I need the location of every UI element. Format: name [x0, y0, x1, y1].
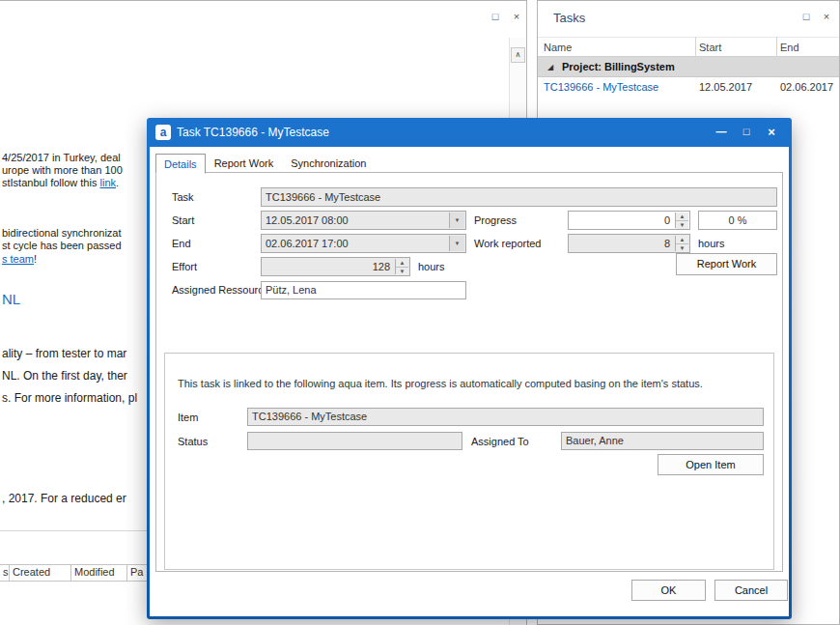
start-label: Start	[172, 214, 194, 226]
spin-down-icon[interactable]: ▼	[676, 243, 688, 252]
task-dialog: a Task TC139666 - MyTestcase — □ × Detai…	[147, 118, 792, 619]
doc-text: stIstanbul follow this	[2, 177, 100, 188]
maximize-icon[interactable]: □	[798, 9, 814, 24]
spin-up-icon[interactable]: ▲	[676, 236, 688, 243]
doc-text-line: 4/25/2017 in Turkey, deal	[2, 152, 121, 163]
minimize-icon[interactable]: —	[711, 124, 732, 141]
group-label: Project: BillingSystem	[562, 57, 675, 77]
chevron-down-icon[interactable]: ▼	[449, 213, 464, 228]
report-work-button[interactable]: Report Work	[676, 253, 777, 275]
doc-text: .	[116, 177, 119, 188]
assigned-resource-label: Assigned Ressource	[172, 284, 269, 296]
close-icon[interactable]: ×	[819, 9, 834, 24]
chevron-down-icon[interactable]: ▼	[449, 236, 464, 251]
app-icon: a	[155, 125, 171, 140]
start-date-value: 12.05.2017 08:00	[266, 214, 349, 226]
panel-title: Tasks	[553, 11, 585, 25]
doc-heading: NL	[2, 291, 20, 307]
close-icon[interactable]: ×	[761, 124, 782, 141]
group-expand-icon[interactable]: ◢	[547, 57, 553, 77]
column-header-name[interactable]: Name	[544, 38, 572, 57]
item-label: Item	[178, 412, 198, 423]
spin-buttons: ▲ ▼	[675, 236, 688, 251]
doc-text-line: NL. On the first day, ther	[2, 369, 127, 383]
linked-item-description: This task is linked to the following aqu…	[178, 378, 757, 389]
work-reported-value: 8	[664, 238, 670, 249]
task-start-date: 12.05.2017	[699, 77, 752, 98]
effort-value: 128	[373, 261, 390, 272]
hyperlink[interactable]: s team	[2, 253, 34, 265]
progress-percent-value: 0 %	[729, 214, 747, 226]
tab-report-work[interactable]: Report Work	[206, 153, 283, 173]
column-header[interactable]: s	[0, 565, 10, 581]
ok-button[interactable]: OK	[631, 580, 706, 601]
task-link[interactable]: TC139666 - MyTestcase	[544, 77, 658, 98]
open-item-button[interactable]: Open Item	[658, 454, 764, 475]
assigned-to-label: Assigned To	[471, 436, 529, 447]
progress-value: 0	[664, 214, 670, 226]
cancel-button[interactable]: Cancel	[714, 580, 788, 601]
doc-text-line: , 2017. For a reduced er	[2, 492, 126, 505]
spin-up-icon[interactable]: ▲	[676, 213, 688, 220]
column-header[interactable]: Modified	[71, 565, 127, 581]
end-date-field[interactable]: 02.06.2017 17:00 ▼	[261, 234, 466, 253]
task-value: TC139666 - MyTestcase	[266, 191, 380, 203]
assigned-resource-field[interactable]: Pütz, Lena	[261, 281, 466, 299]
start-date-field[interactable]: 12.05.2017 08:00 ▼	[261, 211, 466, 230]
spin-down-icon[interactable]: ▼	[676, 220, 688, 229]
work-reported-stepper[interactable]: 8 ▲ ▼	[568, 234, 690, 253]
column-header-end[interactable]: End	[780, 38, 799, 57]
column-header-start[interactable]: Start	[699, 38, 721, 57]
close-icon[interactable]: ×	[509, 9, 524, 24]
group-row[interactable]: ◢ Project: BillingSystem	[538, 57, 839, 77]
task-field[interactable]: TC139666 - MyTestcase	[261, 187, 777, 207]
spin-buttons: ▲ ▼	[675, 213, 688, 228]
grid-header-row: Name Start End	[538, 37, 839, 57]
assigned-to-field[interactable]: Bauer, Anne	[561, 432, 764, 450]
dialog-title: Task TC139666 - MyTestcase	[177, 118, 329, 147]
tab-synchronization[interactable]: Synchronization	[282, 153, 375, 173]
spin-buttons: ▲ ▼	[395, 259, 408, 274]
doc-text-line: s. For more information, pl	[2, 391, 137, 405]
linked-item-groupbox: This task is linked to the following aqu…	[164, 353, 774, 570]
end-date-value: 02.06.2017 17:00	[266, 238, 349, 249]
spin-down-icon[interactable]: ▼	[396, 267, 408, 275]
doc-text-line: urope with more than 100	[2, 164, 123, 176]
effort-label: Effort	[172, 261, 197, 272]
status-label: Status	[178, 436, 208, 447]
table-row[interactable]: TC139666 - MyTestcase 12.05.2017 02.06.2…	[538, 77, 839, 98]
progress-percent-box: 0 %	[698, 211, 777, 230]
doc-text-line: stIstanbul follow this link.	[2, 177, 119, 188]
spin-up-icon[interactable]: ▲	[396, 259, 408, 267]
doc-text-line: ality – from tester to mar	[2, 347, 126, 360]
assigned-resource-value: Pütz, Lena	[266, 284, 317, 296]
item-value: TC139666 - MyTestcase	[252, 411, 367, 422]
column-separator	[776, 37, 777, 57]
tab-bar: Details Report Work Synchronization	[155, 152, 375, 173]
dialog-body: Details Report Work Synchronization Task…	[150, 147, 789, 616]
work-reported-unit: hours	[698, 238, 725, 249]
end-label: End	[172, 238, 191, 249]
doc-text-line: st cycle has been passed	[2, 240, 122, 251]
status-field[interactable]	[247, 432, 462, 450]
tab-details[interactable]: Details	[155, 154, 206, 174]
assigned-to-value: Bauer, Anne	[566, 435, 624, 446]
work-reported-label: Work reported	[474, 238, 542, 249]
doc-text-line: bidirectional synchronizat	[2, 227, 122, 239]
item-field[interactable]: TC139666 - MyTestcase	[247, 408, 764, 426]
progress-stepper[interactable]: 0 ▲ ▼	[568, 211, 690, 230]
maximize-icon[interactable]: □	[488, 9, 503, 24]
task-end-date: 02.06.2017	[780, 77, 833, 98]
doc-text-line: s team!	[2, 253, 37, 265]
scroll-up-icon[interactable]: ∧	[511, 47, 525, 63]
maximize-icon[interactable]: □	[736, 124, 757, 141]
column-header[interactable]: Created	[10, 565, 71, 581]
progress-label: Progress	[474, 214, 517, 226]
hyperlink[interactable]: link	[100, 177, 117, 188]
column-separator	[695, 37, 696, 57]
task-label: Task	[172, 191, 194, 203]
effort-unit: hours	[418, 261, 445, 272]
effort-stepper[interactable]: 128 ▲ ▼	[261, 257, 410, 276]
doc-text: !	[34, 253, 37, 265]
